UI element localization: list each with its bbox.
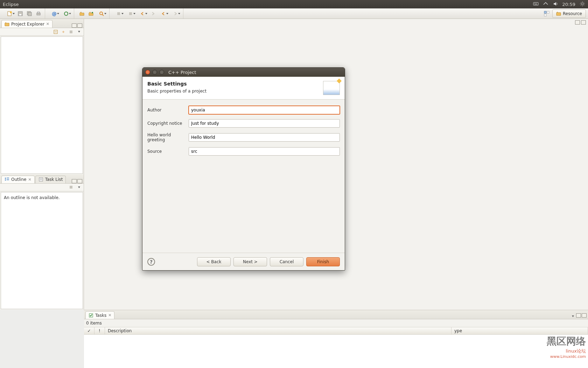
minimize-view-button[interactable] [72,23,77,28]
author-label: Author [147,108,189,113]
project-explorer-body[interactable] [1,36,83,174]
maximize-view-button[interactable] [582,313,587,318]
greeting-label: Hello world greeting [147,132,189,142]
save-button[interactable] [16,10,24,18]
tasks-table-body[interactable] [84,335,588,368]
navigator-icon [5,22,9,27]
window-title: Eclipse [3,2,533,7]
nav-back2-button[interactable] [158,10,169,18]
tasks-tab[interactable]: Tasks ✕ [85,311,114,319]
dialog-titlebar[interactable]: C++ Project [142,68,345,77]
volume-icon[interactable] [553,1,558,8]
cancel-button[interactable]: Cancel [270,257,303,266]
svg-line-11 [584,5,584,6]
svg-rect-38 [39,178,43,181]
keyboard-icon[interactable] [533,1,539,8]
svg-rect-20 [37,13,40,15]
open-perspective-button[interactable] [542,10,551,18]
open-type-button[interactable] [78,10,86,18]
dialog-footer: ? < Back Next > Cancel Finish [142,253,345,270]
svg-rect-37 [7,179,9,180]
wizard-banner-icon [323,81,340,95]
svg-rect-33 [70,30,72,33]
gear-icon[interactable] [580,1,585,8]
clock[interactable]: 20:59 [562,2,575,7]
watermark-line1: 黑区网络 [547,335,586,348]
dialog-heading: Basic Settings [147,81,323,87]
view-menu-button[interactable] [570,313,575,319]
network-icon[interactable] [543,1,548,8]
filter-button[interactable] [68,29,74,35]
back-button[interactable]: < Back [197,257,231,266]
window-maximize-button[interactable] [159,70,164,75]
refresh-button[interactable] [61,10,72,18]
nav-back-button[interactable] [137,10,148,18]
maximize-editor-button[interactable] [581,20,586,25]
svg-rect-34 [5,178,6,179]
svg-rect-1 [534,3,535,4]
outline-icon [5,177,9,182]
close-icon[interactable]: ✕ [108,313,111,318]
svg-line-25 [102,14,104,16]
task-list-title: Task List [45,177,63,182]
svg-point-5 [581,3,583,5]
watermark-line3: www.Linuxidc.com [547,354,586,359]
minimize-view-button[interactable] [72,179,77,183]
search-button[interactable] [96,10,107,18]
col-description[interactable]: Description [105,327,451,334]
view-menu-button[interactable] [76,184,82,190]
svg-line-13 [584,2,584,3]
collapse-all-button[interactable] [53,29,58,35]
folder-icon [556,11,561,16]
watermark-line2: linux论坛 [547,348,586,354]
tasks-table-header: ✓ ! Description ype [84,327,588,335]
at-button[interactable]: @ [49,10,60,18]
svg-rect-41 [70,186,72,189]
next-button[interactable]: Next > [233,257,267,266]
nav-forward-button[interactable] [149,10,157,18]
close-icon[interactable]: ✕ [46,22,49,26]
print-button[interactable] [34,10,43,18]
maximize-view-button[interactable] [77,23,82,28]
finish-button[interactable]: Finish [306,257,340,266]
window-close-button[interactable] [145,70,150,75]
outline-filter-button[interactable] [68,184,74,190]
col-type[interactable]: ype [451,327,588,334]
svg-rect-19 [28,12,31,16]
toggle-button-1[interactable] [113,10,124,18]
tasks-title: Tasks [95,313,106,318]
link-editor-button[interactable] [61,29,66,35]
col-priority[interactable]: ! [94,327,105,334]
toggle-button-2[interactable] [125,10,136,18]
save-all-button[interactable] [25,10,34,18]
task-list-tab[interactable]: Task List [35,176,66,183]
minimize-editor-button[interactable] [575,20,580,25]
minimize-view-button[interactable] [576,313,581,318]
source-input[interactable] [189,147,340,156]
tasks-count: 0 items [84,319,588,327]
window-minimize-button[interactable] [152,70,157,75]
author-input[interactable] [189,106,340,114]
open-task-button[interactable] [87,10,95,18]
help-button[interactable]: ? [147,258,155,266]
view-menu-button[interactable] [76,29,82,35]
project-explorer-tab[interactable]: Project Explorer ✕ [1,20,52,28]
dialog-body: Author Copyright notice Hello world gree… [142,100,345,253]
new-button[interactable] [4,10,15,18]
resource-perspective-button[interactable]: Resource [552,9,586,18]
close-icon[interactable]: ✕ [28,177,31,182]
left-column: Project Explorer ✕ Outlin [0,19,84,310]
maximize-view-button[interactable] [77,179,82,183]
nav-forward2-button[interactable] [170,10,181,18]
perspective-label: Resource [563,11,582,16]
svg-rect-26 [117,12,120,15]
eclipse-toolbar: @ Resource [0,8,588,19]
copyright-label: Copyright notice [147,121,189,126]
copyright-input[interactable] [189,119,340,128]
outline-tab[interactable]: Outline ✕ [1,176,35,183]
svg-point-15 [10,11,12,13]
col-complete[interactable]: ✓ [84,327,94,334]
outline-title: Outline [11,177,26,182]
svg-point-24 [100,12,103,15]
greeting-input[interactable] [189,133,340,142]
